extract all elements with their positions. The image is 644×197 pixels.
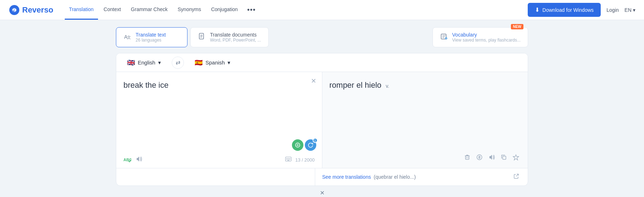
swap-languages-button[interactable]: ⇄ xyxy=(172,57,184,69)
language-selector-header[interactable]: EN ▾ xyxy=(625,7,635,13)
source-flag: 🇬🇧 xyxy=(127,59,135,67)
nav-grammar-check[interactable]: Grammar Check xyxy=(127,0,172,20)
nav-context[interactable]: Context xyxy=(99,0,125,20)
translate-text-icon: A文 xyxy=(123,33,131,42)
translate-text-tab-subtitle: 26 languages xyxy=(136,38,166,43)
vocabulary-tab-subtitle: View saved terms, play flashcards... xyxy=(452,38,521,43)
source-language-selector[interactable]: 🇬🇧 English ▾ xyxy=(123,57,165,69)
clear-source-button[interactable]: ✕ xyxy=(311,78,316,84)
source-footer: ABC 13 / 2000 xyxy=(123,153,315,164)
spell-check-icon[interactable]: ABC xyxy=(123,157,131,163)
language-bar: 🇬🇧 English ▾ ⇄ 🇪🇸 Spanish ▾ xyxy=(116,53,528,72)
logo-text: Reverso xyxy=(22,5,53,15)
source-lang-chevron-icon: ▾ xyxy=(158,59,161,66)
ai-rephrase-icon[interactable]: 1 xyxy=(305,139,316,151)
pos-tag: v. xyxy=(386,83,389,89)
download-button[interactable]: ⬇ Download for Windows xyxy=(528,3,601,17)
ad-close-bar: ✕ xyxy=(116,186,528,197)
swap-icon: ⇄ xyxy=(176,59,180,66)
logo-icon xyxy=(9,4,20,16)
external-link-button[interactable] xyxy=(512,172,521,182)
ai-icons: 1 xyxy=(292,139,316,151)
save-translation-button[interactable] xyxy=(511,153,521,164)
target-language-selector[interactable]: 🇪🇸 Spanish ▾ xyxy=(191,57,234,69)
ai-badge: 1 xyxy=(313,138,318,143)
svg-rect-13 xyxy=(288,158,289,159)
svg-rect-14 xyxy=(289,158,290,159)
tab-translate-text[interactable]: A文 Translate text 26 languages xyxy=(116,27,187,47)
keyboard-icon[interactable] xyxy=(285,157,292,163)
currency-button[interactable] xyxy=(475,153,484,164)
source-input[interactable]: break the ice xyxy=(123,79,315,150)
target-flag: 🇪🇸 xyxy=(195,59,203,67)
svg-rect-18 xyxy=(287,160,289,161)
nav-synonyms[interactable]: Synonyms xyxy=(174,0,205,20)
translator-box: 🇬🇧 English ▾ ⇄ 🇪🇸 Spanish ▾ break the xyxy=(116,53,528,186)
translate-docs-tab-title: Translate documents xyxy=(210,32,261,38)
delete-translation-button[interactable] xyxy=(463,153,472,164)
ai-translate-icon[interactable] xyxy=(292,139,303,151)
target-footer xyxy=(330,150,521,164)
target-lang-chevron-icon: ▾ xyxy=(228,59,230,66)
bottom-left-spacer xyxy=(116,168,315,186)
text-panels: break the ice ✕ 1 xyxy=(116,72,528,168)
target-language-label: Spanish xyxy=(205,59,225,66)
copy-translation-button[interactable] xyxy=(499,153,508,164)
svg-rect-12 xyxy=(287,158,287,159)
char-count: 13 / 2000 xyxy=(295,157,314,163)
tab-vocabulary[interactable]: NEW Vocabulary View saved terms, play fl… xyxy=(433,27,528,47)
download-icon: ⬇ xyxy=(535,6,540,13)
main-nav: Translation Context Grammar Check Synony… xyxy=(65,0,516,20)
nav-more-button[interactable]: ••• xyxy=(244,3,259,17)
login-button[interactable]: Login xyxy=(606,7,619,13)
vocabulary-icon xyxy=(440,33,448,42)
header: Reverso Translation Context Grammar Chec… xyxy=(0,0,644,20)
svg-rect-16 xyxy=(288,159,289,160)
logo[interactable]: Reverso xyxy=(9,4,53,16)
see-more-translations[interactable]: See more translations (quebrar el hielo.… xyxy=(322,174,416,180)
tab-translate-docs[interactable]: Translate documents Word, PDF, PowerPoin… xyxy=(190,27,269,47)
svg-rect-15 xyxy=(287,159,287,160)
target-panel: romper el hielo v. xyxy=(322,72,528,168)
svg-rect-23 xyxy=(503,156,506,159)
svg-marker-24 xyxy=(513,155,519,160)
target-tts-button[interactable] xyxy=(487,153,496,164)
target-text: romper el hielo v. xyxy=(330,81,390,90)
source-language-label: English xyxy=(138,59,155,66)
bottom-right: See more translations (quebrar el hielo.… xyxy=(315,168,528,186)
source-panel: break the ice ✕ 1 xyxy=(116,72,322,168)
top-tabs: A文 Translate text 26 languages Translate… xyxy=(116,27,528,47)
main-content: A文 Translate text 26 languages Translate… xyxy=(107,20,537,197)
vocabulary-tab-title: Vocabulary xyxy=(452,32,521,38)
nav-conjugation[interactable]: Conjugation xyxy=(207,0,242,20)
translate-docs-icon xyxy=(198,33,206,42)
new-badge: NEW xyxy=(511,24,523,29)
svg-text:文: 文 xyxy=(127,35,131,39)
chevron-down-icon: ▾ xyxy=(633,7,635,13)
svg-rect-17 xyxy=(289,159,290,160)
source-tts-icon[interactable] xyxy=(136,156,142,164)
close-ad-button[interactable]: ✕ xyxy=(320,190,325,196)
svg-rect-19 xyxy=(465,156,469,159)
bottom-bar: See more translations (quebrar el hielo.… xyxy=(116,168,528,186)
nav-translation[interactable]: Translation xyxy=(65,0,98,20)
header-right: ⬇ Download for Windows Login EN ▾ xyxy=(528,3,635,17)
translate-text-tab-title: Translate text xyxy=(136,32,166,38)
translate-docs-tab-subtitle: Word, PDF, PowerPoint, ... xyxy=(210,38,261,43)
